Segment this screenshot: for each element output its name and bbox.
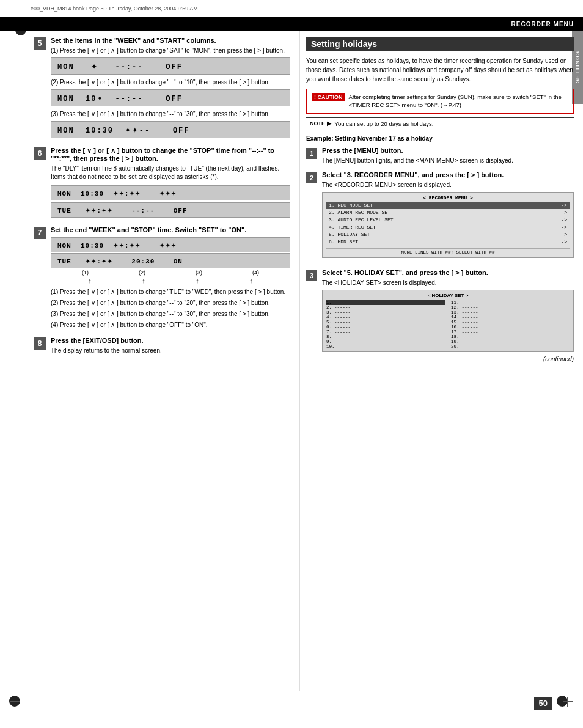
arrow-1: ↑ [88,277,92,284]
arrow-2: ↑ [142,277,145,284]
continued: (continued) [322,356,574,362]
lcd-display-1: MON ✦ --:-- OFF [51,57,290,75]
r-step-1-content: Press the [MENU] button. The [MENU] butt… [322,147,574,165]
header-bar: RECORDER MENU [0,17,583,31]
holiday-row-4: 4. ------ [326,315,445,320]
screen-row-2-arrow: -> [561,209,567,216]
note-text: You can set up to 20 days as holidays. [335,120,434,127]
r-step-2: 2 Select "3. RECORDER MENU", and press t… [306,171,574,263]
holiday-row-19: 19. ------ [451,339,570,344]
holiday-row-17: 17. ------ [451,329,570,334]
r-step-1: 1 Press the [MENU] button. The [MENU] bu… [306,147,574,165]
step-7-title: Set the end "WEEK" and "STOP" time. Swit… [51,226,290,233]
holiday-row-7: 7. ------ [326,329,445,334]
holiday-row-3: 3. ------ [326,310,445,315]
top-bar: e00_VDH_M814.book Page 50 Thursday, Octo… [0,0,583,17]
r-step-3: 3 Select "5. HOLIDAY SET", and press the… [306,269,574,362]
step-5-substeps: (1) Press the [ ∨ ] or [ ∧ ] button to c… [51,46,290,138]
r-step-2-content: Select "3. RECORDER MENU", and press the… [322,171,574,263]
lcd-step7-tue: TUE ✦✦:✦✦ 20:30 ON [51,253,290,268]
holiday-grid: 1. ------ 2. ------ 3. ------ [326,300,570,349]
step-7-sub3: (3) Press the [ ∨ ] or [ ∧ ] button to c… [51,310,290,318]
screen-row-5-label: 5. HOLIDAY SET [329,231,370,238]
screen-row-6: 6. HDD SET -> [326,238,570,246]
r-step-2-title: Select "3. RECORDER MENU", and press the… [322,171,574,178]
step-5-sub2: (2) Press the [ ∨ ] or [ ∧ ] button to c… [51,78,290,87]
note-box: NOTE ▶ You can set up to 20 days as holi… [306,117,574,130]
holiday-row-1: 1. ------ [326,300,445,305]
lcd-display-3: MON 10:30 ✦✦-- OFF [51,121,290,138]
screen-row-3-label: 3. AUDIO REC LEVEL SET [329,216,394,224]
screen-row-6-label: 6. HDD SET [329,238,358,246]
step-7-sub2: (2) Press the [ ∨ ] or [ ∧ ] button to c… [51,299,290,307]
holiday-row-6: 6. ------ [326,325,445,329]
main-content: 5 Set the items in the "WEEK" and "START… [0,31,583,691]
r-step-1-number: 1 [306,148,317,159]
holiday-row-10: 10. ------ [326,344,445,349]
example-heading: Example: Setting November 17 as a holida… [306,135,574,142]
corner-bl [9,696,26,713]
step-6: 6 Press the [ ∨ ] or [ ∧ ] button to cha… [34,147,290,221]
step-8-body: The display returns to the normal screen… [51,347,290,355]
screen-row-4-arrow: -> [561,224,567,231]
step7-lcd-block: MON 10:30 ✦✦:✦✦ ✦✦✦ TUE ✦✦:✦✦ 20:30 ON (… [51,237,290,284]
step-8-title: Press the [EXIT/OSD] button. [51,337,290,344]
holiday-row-12: 12. ------ [451,305,570,310]
holiday-row-8: 8. ------ [326,334,445,339]
holiday-row-11: 11. ------ [451,300,570,305]
step-5-sub3: (3) Press the [ ∨ ] or [ ∧ ] button to c… [51,110,290,119]
header-title: RECORDER MENU [512,21,574,28]
step-6-title: Press the [ ∨ ] or [ ∧ ] button to chang… [51,147,290,162]
step7-arrows: ↑ ↑ ↑ ↑ [51,277,290,284]
r-step-3-title: Select "5. HOLIDAY SET", and press the [… [322,269,574,276]
step-7-number: 7 [34,227,46,239]
holiday-row-5: 5. ------ [326,320,445,325]
step-5: 5 Set the items in the "WEEK" and "START… [34,37,290,142]
r-step-2-body: The <RECORDER MENU> screen is displayed. [322,181,574,189]
caution-icon: ! CAUTION [312,93,345,101]
screen-row-4-label: 4. TIMER REC SET [329,224,376,231]
lcd-display-2: MON 10✦ --:-- OFF [51,89,290,106]
step-7-content: Set the end "WEEK" and "STOP" time. Swit… [51,226,290,332]
corner-br [557,696,574,713]
screen-row-5: 5. HOLIDAY SET -> [326,231,570,238]
label-1: (1) [82,270,89,276]
screen-row-1-label: 1. REC MODE SET [329,202,373,209]
screen-row-5-arrow: -> [561,231,567,238]
step-6-content: Press the [ ∨ ] or [ ∧ ] button to chang… [51,147,290,221]
r-step-3-number: 3 [306,270,317,281]
screen-row-2-label: 2. ALARM REC MODE SET [329,209,391,216]
file-info: e00_VDH_M814.book Page 50 Thursday, Octo… [31,6,198,12]
label-3: (3) [196,270,202,276]
screen-row-6-arrow: -> [561,238,567,246]
left-column: 5 Set the items in the "WEEK" and "START… [0,31,299,691]
caution-box: ! CAUTION After completing timer setting… [306,89,574,114]
r-step-2-number: 2 [306,172,317,183]
step-7-sub1: (1) Press the [ ∨ ] or [ ∧ ] button to c… [51,288,290,296]
screen-row-4: 4. TIMER REC SET -> [326,224,570,231]
screen-footer: MORE LINES WITH ##; SELECT WITH ## [326,248,570,255]
r-step-1-body: The [MENU] button lights, and the <MAIN … [322,156,574,165]
section-intro: You can set specific dates as holidays, … [306,56,574,84]
step-8-content: Press the [EXIT/OSD] button. The display… [51,337,290,355]
section-heading: Setting holidays [306,37,574,51]
holiday-row-13: 13. ------ [451,310,570,315]
step-7-sub4: (4) Press the [ ∨ ] or [ ∧ ] button to c… [51,321,290,329]
holiday-screen-title: < HOLIDAY SET > [326,293,570,298]
screen-row-1: 1. REC MODE SET -> [326,202,570,209]
caution-text: After completing timer settings for Sund… [349,93,569,109]
lcd-step6-tue: TUE ✦✦:✦✦ --:-- OFF [51,202,290,218]
step-8: 8 Press the [EXIT/OSD] button. The displ… [34,337,290,355]
lcd-step7-mon: MON 10:30 ✦✦:✦✦ ✦✦✦ [51,237,290,252]
r-step-3-body: The <HOLIDAY SET> screen is displayed. [322,279,574,287]
step-6-body: The "DLY" item on line 8 automatically c… [51,164,290,182]
holiday-row-18: 18. ------ [451,334,570,339]
screen-title: < RECORDER MENU > [326,195,570,200]
step-5-number: 5 [34,37,46,50]
step-5-title: Set the items in the "WEEK" and "START" … [51,37,290,44]
holiday-row-9: 9. ------ [326,339,445,344]
screen-row-3-arrow: -> [561,216,567,224]
note-label: NOTE ▶ [310,120,331,127]
arrow-3: ↑ [196,277,199,284]
arrow-4: ↑ [249,277,253,284]
